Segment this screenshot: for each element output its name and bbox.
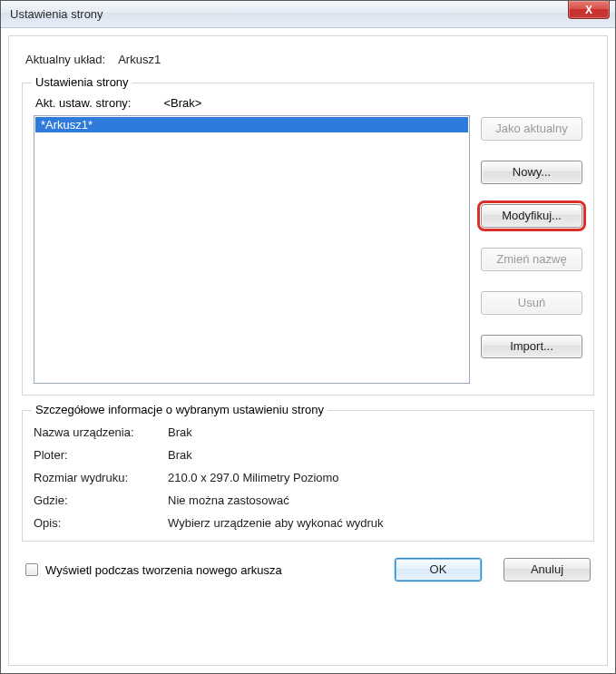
desc-label: Opis:: [34, 516, 161, 530]
cancel-button[interactable]: Anuluj: [504, 558, 591, 581]
dialog-window: Ustawienia strony X Aktualny układ: Arku…: [0, 0, 616, 674]
current-page-setting-label: Akt. ustaw. strony:: [35, 96, 132, 110]
new-button[interactable]: Nowy...: [481, 161, 582, 184]
device-label: Nazwa urządzenia:: [34, 425, 161, 439]
where-label: Gdzie:: [34, 493, 161, 507]
device-value: Brak: [168, 425, 582, 439]
plotter-label: Ploter:: [34, 448, 161, 462]
show-on-new-sheet-label: Wyświetl podczas tworzenia nowego arkusz…: [45, 563, 387, 577]
delete-button: Usuń: [481, 291, 582, 315]
plotter-value: Brak: [168, 448, 582, 462]
desc-value: Wybierz urządzenie aby wykonać wydruk: [168, 516, 582, 530]
details-group: Szczegółowe informacje o wybranym ustawi…: [22, 410, 594, 542]
window-title: Ustawienia strony: [10, 7, 103, 21]
page-settings-group-title: Ustawienia strony: [32, 75, 132, 89]
bottom-row: Wyświetl podczas tworzenia nowego arkusz…: [22, 558, 594, 581]
details-group-title: Szczegółowe informacje o wybranym ustawi…: [32, 403, 328, 416]
current-layout-label: Aktualny układ:: [25, 53, 105, 66]
page-settings-listbox[interactable]: *Arkusz1*: [34, 115, 470, 384]
as-current-button: Jako aktualny: [481, 117, 582, 141]
rename-button: Zmień nazwę: [481, 248, 582, 271]
details-grid: Nazwa urządzenia: Brak Ploter: Brak Rozm…: [34, 425, 582, 530]
size-value: 210.0 x 297.0 Milimetry Poziomo: [168, 471, 582, 484]
ok-button[interactable]: OK: [395, 558, 482, 581]
titlebar: Ustawienia strony X: [1, 1, 615, 28]
list-pane: *Arkusz1* Jako aktualny Nowy... Modyfiku…: [34, 115, 582, 384]
page-settings-group: Ustawienia strony Akt. ustaw. strony: <B…: [22, 83, 594, 396]
inner-panel: Aktualny układ: Arkusz1 Ustawienia stron…: [8, 35, 608, 666]
list-item[interactable]: *Arkusz1*: [35, 117, 468, 132]
current-page-setting-value: <Brak>: [164, 96, 202, 110]
close-button[interactable]: X: [568, 1, 610, 19]
client-area: Aktualny układ: Arkusz1 Ustawienia stron…: [1, 28, 615, 673]
import-button[interactable]: Import...: [481, 335, 582, 358]
current-layout-row: Aktualny układ: Arkusz1: [25, 53, 591, 66]
show-on-new-sheet-checkbox[interactable]: [25, 563, 38, 576]
button-column: Jako aktualny Nowy... Modyfikuj... Zmień…: [481, 115, 582, 358]
current-layout-value: Arkusz1: [118, 53, 161, 66]
size-label: Rozmiar wydruku:: [34, 471, 161, 484]
current-page-setting-row: Akt. ustaw. strony: <Brak>: [35, 96, 581, 110]
where-value: Nie można zastosować: [168, 493, 582, 507]
modify-button[interactable]: Modyfikuj...: [481, 204, 582, 228]
close-icon: X: [585, 4, 592, 16]
